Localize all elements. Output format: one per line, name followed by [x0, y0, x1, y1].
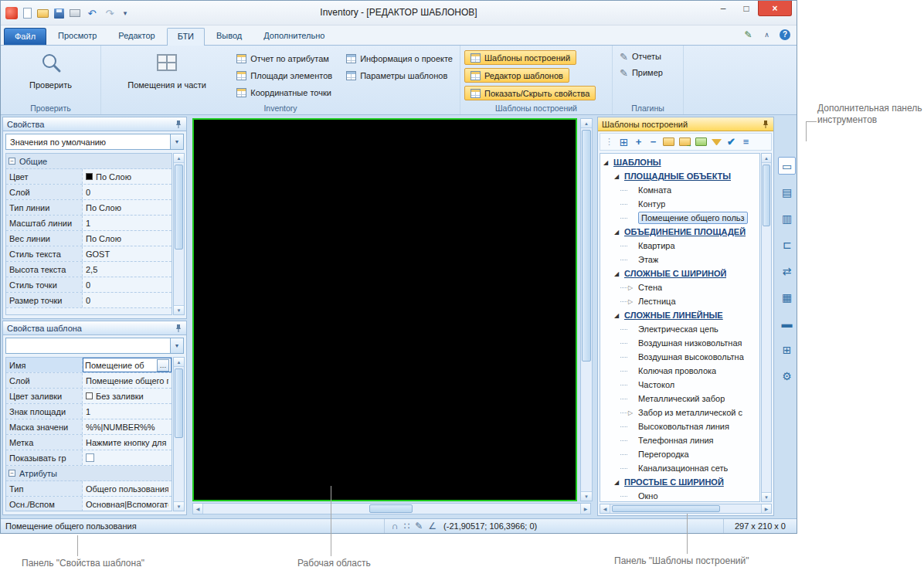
template-scrollbar[interactable]: ▲ ▼ — [173, 357, 185, 511]
property-row[interactable]: Вес линииПо Слою — [6, 231, 172, 246]
tree-item[interactable]: ◢СЛОЖНЫЕ ЛИНЕЙНЫЕ — [600, 308, 759, 322]
tree-item[interactable]: ▷Лестница — [600, 294, 759, 308]
tree-item[interactable]: Колючая проволока — [600, 364, 759, 378]
property-row[interactable]: Знак площади1 — [6, 404, 172, 419]
scrollbar-thumb[interactable] — [175, 165, 183, 250]
properties-scrollbar[interactable]: ▲ ▼ — [173, 153, 185, 315]
import-folder-icon[interactable] — [679, 138, 691, 146]
property-row[interactable]: ЦветПо Слою — [6, 169, 172, 185]
tree-item[interactable]: Помещение общего польз — [600, 211, 759, 225]
canvas-horizontal-scrollbar[interactable]: ◀ ▶ — [192, 503, 591, 514]
collapse-icon[interactable]: ◢ — [614, 270, 624, 277]
scrollbar-thumb[interactable] — [612, 505, 720, 512]
help-icon[interactable]: ? — [780, 29, 790, 40]
scroll-left-icon[interactable]: ◀ — [193, 504, 203, 514]
tree-item[interactable]: Металлический забор — [600, 392, 759, 406]
table-icon[interactable]: ▦ — [778, 288, 796, 306]
template-toggle-button[interactable]: Шаблоны построений — [464, 50, 576, 65]
property-group-row[interactable]: −Общие — [6, 154, 172, 169]
pin-icon[interactable] — [175, 120, 182, 129]
tree-item[interactable]: ◢ШАБЛОНЫ — [600, 155, 759, 169]
property-row[interactable]: Осн./ВспомОсновная|Вспомогате — [6, 497, 172, 511]
property-group-row[interactable]: −Атрибуты — [6, 466, 172, 481]
expand-icon[interactable]: ▷ — [628, 409, 638, 416]
property-row[interactable]: Высота текста2,5 — [6, 262, 172, 277]
frame-icon[interactable]: ⊏ — [778, 236, 796, 253]
scroll-down-icon[interactable]: ▼ — [174, 305, 184, 314]
dot-grid-icon[interactable]: ∷ — [404, 521, 410, 531]
property-row[interactable]: МеткаНажмите кнопку для р — [6, 435, 172, 450]
scroll-right-icon[interactable]: ▶ — [761, 504, 771, 513]
tree-item[interactable]: Перегородка — [600, 447, 759, 461]
chevron-down-icon[interactable]: ▼ — [170, 338, 183, 353]
plugin-button[interactable]: ✎Пример — [617, 65, 679, 80]
tree-item[interactable]: ▷Стена — [600, 280, 759, 294]
tree-item[interactable]: Воздушная низковольтная — [600, 336, 759, 350]
scroll-left-icon[interactable]: ◀ — [600, 504, 610, 513]
magnet-icon[interactable]: ∩ — [392, 521, 399, 531]
collapse-ribbon-icon[interactable]: ∧ — [761, 29, 773, 40]
defaults-dropdown[interactable]: Значения по умолчанию ▼ — [5, 134, 184, 150]
property-row[interactable]: Маска значени%%|NUMBER%% — [6, 419, 172, 435]
filter-icon[interactable] — [712, 139, 722, 150]
plugin-button[interactable]: ✎Отчеты — [617, 49, 679, 64]
rooms-parts-button[interactable]: Помещения и части — [122, 48, 212, 100]
tree-item[interactable]: Окно — [600, 489, 759, 502]
tree-item[interactable]: ◢СЛОЖНЫЕ С ШИРИНОЙ — [600, 267, 759, 280]
tree-item[interactable]: Комната — [600, 183, 759, 197]
ribbon-button[interactable]: Площади элементов — [233, 68, 335, 83]
menu-tab[interactable]: Просмотр — [48, 28, 107, 45]
checkbox[interactable] — [86, 453, 94, 462]
pin-icon[interactable] — [175, 324, 182, 333]
annotate-pencil-icon[interactable]: ✎ — [742, 29, 754, 40]
tree-item[interactable]: ◢ОБЪЕДИНЕНИЕ ПЛОЩАДЕЙ — [600, 225, 759, 239]
property-row[interactable]: ТипОбщего пользования| — [6, 481, 172, 497]
tree-item[interactable]: Канализационная сеть — [600, 461, 759, 475]
angle-icon[interactable]: ∠ — [428, 521, 437, 531]
tree-item[interactable]: ◢ПРОСТЫЕ С ШИРИНОЙ — [600, 475, 759, 489]
collapse-icon[interactable]: ◢ — [614, 229, 624, 236]
property-row[interactable]: Цвет заливкиБез заливки — [6, 389, 172, 404]
apply-check-icon[interactable]: ✔ — [726, 136, 736, 148]
export-folder-icon[interactable] — [695, 138, 707, 146]
menu-tab[interactable]: Редактор — [108, 28, 165, 45]
property-row[interactable]: СлойПомещение общего по — [6, 373, 172, 389]
tree-item[interactable]: Телефонная линия — [600, 433, 759, 447]
tree-item[interactable]: Воздушная высоковольтна — [600, 350, 759, 364]
tree-item[interactable]: Этаж — [600, 253, 759, 267]
tree-item[interactable]: ◢ПЛОЩАДНЫЕ ОБЪЕКТЫ — [600, 169, 759, 183]
canvas-vertical-scrollbar[interactable]: ▲ ▼ — [580, 118, 593, 501]
ribbon-button[interactable]: Информация о проекте — [343, 51, 456, 66]
scroll-up-icon[interactable]: ▲ — [174, 154, 184, 163]
menu-tab[interactable]: Вывод — [206, 28, 252, 45]
scroll-up-icon[interactable]: ▲ — [762, 154, 771, 163]
menu-tab[interactable]: Дополнительно — [253, 28, 335, 45]
collapse-icon[interactable]: ◢ — [614, 173, 624, 180]
template-toggle-button[interactable]: Редактор шаблонов — [464, 68, 569, 83]
grid-icon[interactable]: ⊞ — [778, 341, 796, 358]
layers-icon[interactable]: ≡ — [741, 136, 751, 148]
pen-icon[interactable]: ✎ — [415, 521, 423, 531]
expand-icon[interactable]: ▷ — [628, 284, 638, 291]
expand-icon[interactable]: ▷ — [628, 298, 638, 305]
scrollbar-thumb[interactable] — [175, 368, 183, 438]
scrollbar-thumb[interactable] — [582, 130, 591, 362]
add-icon[interactable]: + — [634, 136, 644, 148]
maximize-button[interactable]: □ — [735, 1, 758, 16]
tree-item[interactable]: ▷Забор из металлической с — [600, 406, 759, 419]
scroll-down-icon[interactable]: ▼ — [174, 501, 184, 511]
property-row[interactable]: Показывать гр — [6, 450, 172, 466]
window-icon[interactable]: ▤ — [778, 183, 796, 201]
pin-icon[interactable] — [762, 120, 769, 129]
minimize-button[interactable]: – — [712, 1, 735, 16]
ribbon-button[interactable]: Отчет по атрибутам — [233, 51, 335, 66]
tree-horizontal-scrollbar[interactable]: ◀ ▶ — [600, 504, 772, 514]
open-folder-icon[interactable] — [663, 138, 674, 146]
tree-item[interactable]: Электрическая цепь — [600, 322, 759, 336]
tree-item[interactable]: Контур — [600, 197, 759, 211]
tree-item[interactable]: Высоковольтная линия — [600, 419, 759, 433]
property-row[interactable]: Размер точки0 — [6, 293, 172, 308]
property-row[interactable]: ИмяПомещение об… — [6, 358, 172, 373]
ribbon-button[interactable]: Координатные точки — [233, 85, 335, 100]
tree-item[interactable]: Частокол — [600, 378, 759, 392]
